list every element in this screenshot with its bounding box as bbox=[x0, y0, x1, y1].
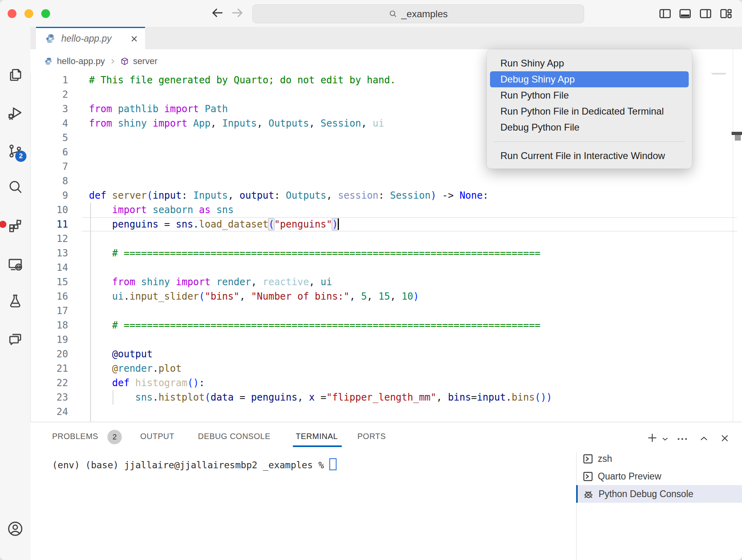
code-line-22[interactable]: 22 def histogram(): bbox=[30, 376, 742, 390]
line-number-11[interactable]: 11 bbox=[30, 217, 68, 232]
run-options-menu: Run Shiny AppDebug Shiny AppRun Python F… bbox=[487, 49, 692, 169]
code-line-15[interactable]: 15 from shiny import render, reactive, u… bbox=[30, 275, 742, 289]
code-line-20[interactable]: 20 @output bbox=[30, 347, 742, 361]
toggle-primary-sidebar-icon[interactable] bbox=[658, 7, 672, 20]
panel-tab-terminal[interactable]: TERMINAL bbox=[296, 432, 338, 441]
breadcrumb-file[interactable]: hello-app.py bbox=[57, 56, 105, 66]
customize-layout-icon[interactable] bbox=[719, 7, 733, 20]
panel-tab-problems[interactable]: PROBLEMS bbox=[52, 432, 98, 441]
toggle-panel-icon[interactable] bbox=[678, 7, 692, 20]
zoom-window-button[interactable] bbox=[41, 9, 50, 18]
code-line-17[interactable]: 17 bbox=[30, 304, 742, 318]
terminal-prompt-text: (env) (base) jjallaire@jjallairesmbp2 _e… bbox=[52, 460, 329, 470]
command-center-search[interactable]: _examples bbox=[252, 4, 584, 23]
activity-bar-item-testing[interactable] bbox=[6, 292, 24, 310]
line-number-18[interactable]: 18 bbox=[30, 318, 68, 332]
panel-tab-debug-console[interactable]: DEBUG CONSOLE bbox=[198, 432, 270, 441]
line-number-7[interactable]: 7 bbox=[30, 159, 68, 174]
forward-arrow-button[interactable] bbox=[230, 6, 245, 20]
code-line-16[interactable]: 16 ui.input_slider("bins", "Number of bi… bbox=[30, 289, 742, 304]
code-line-14[interactable]: 14 bbox=[30, 260, 742, 275]
code-line-24[interactable]: 24 bbox=[30, 405, 742, 419]
menu-item-run-current-file-in-interactive-window[interactable]: Run Current File in Interactive Window bbox=[490, 148, 689, 164]
line-number-15[interactable]: 15 bbox=[30, 275, 68, 289]
activity-bar-item-explorer[interactable] bbox=[6, 66, 24, 84]
line-number-21[interactable]: 21 bbox=[30, 361, 68, 376]
line-number-13[interactable]: 13 bbox=[30, 246, 68, 260]
line-number-6[interactable]: 6 bbox=[30, 145, 68, 159]
code-line-13[interactable]: 13 # ===================================… bbox=[30, 246, 742, 260]
close-window-button[interactable] bbox=[8, 9, 16, 18]
terminal-prompt[interactable]: (env) (base) jjallaire@jjallairesmbp2 _e… bbox=[52, 458, 337, 470]
toggle-secondary-sidebar-icon[interactable] bbox=[699, 7, 712, 20]
code-line-9[interactable]: 9def server(input: Inputs, output: Outpu… bbox=[30, 188, 742, 203]
terminal-instance-python-debug-console[interactable]: Python Debug Console bbox=[577, 485, 742, 503]
terminal-profile-chevron-icon[interactable] bbox=[661, 435, 669, 443]
breadcrumb-symbol[interactable]: server bbox=[133, 56, 157, 66]
code-line-23[interactable]: 23 sns.histplot(data = penguins, x ="fli… bbox=[30, 390, 742, 405]
line-number-2[interactable]: 2 bbox=[30, 87, 68, 102]
line-number-8[interactable]: 8 bbox=[30, 174, 68, 188]
activity-bar-item-run-and-debug[interactable] bbox=[6, 104, 24, 122]
line-number-1[interactable]: 1 bbox=[30, 73, 68, 87]
line-number-9[interactable]: 9 bbox=[30, 188, 68, 203]
line-number-10[interactable]: 10 bbox=[30, 203, 68, 217]
menu-item-run-python-file[interactable]: Run Python File bbox=[490, 87, 689, 103]
code-line-18[interactable]: 18 # ===================================… bbox=[30, 318, 742, 332]
close-tab-icon[interactable] bbox=[129, 34, 139, 44]
line-number-14[interactable]: 14 bbox=[30, 260, 68, 275]
back-arrow-button[interactable] bbox=[210, 6, 224, 20]
terminal-instance-label: Quarto Preview bbox=[598, 471, 661, 482]
panel-tab-ports[interactable]: PORTS bbox=[357, 432, 386, 441]
code-line-8[interactable]: 8 bbox=[30, 174, 742, 188]
activity-bar-item-comments[interactable] bbox=[6, 330, 24, 347]
maximize-panel-chevron-up-icon[interactable] bbox=[699, 433, 709, 444]
line-number-23[interactable]: 23 bbox=[30, 390, 68, 405]
new-terminal-plus-icon[interactable] bbox=[646, 432, 658, 444]
line-number-5[interactable]: 5 bbox=[30, 131, 68, 145]
line-number-19[interactable]: 19 bbox=[30, 332, 68, 347]
panel-tab-output[interactable]: OUTPUT bbox=[140, 432, 174, 441]
activity-bar-item-search[interactable] bbox=[6, 178, 24, 196]
line-number-3[interactable]: 3 bbox=[30, 102, 68, 116]
title-bar: _examples bbox=[0, 0, 742, 27]
remote-explorer-icon bbox=[7, 256, 24, 273]
code-line-text bbox=[82, 232, 737, 246]
search-icon bbox=[7, 179, 23, 195]
line-number-20[interactable]: 20 bbox=[30, 347, 68, 361]
search-text: _examples bbox=[401, 8, 448, 20]
minimize-window-button[interactable] bbox=[24, 9, 33, 18]
source-control-badge: 2 bbox=[15, 151, 26, 162]
line-number-12[interactable]: 12 bbox=[30, 232, 68, 246]
line-number-16[interactable]: 16 bbox=[30, 289, 68, 304]
tab-hello-app-py[interactable]: hello-app.py bbox=[36, 27, 145, 49]
terminal-instance-zsh[interactable]: zsh bbox=[577, 450, 742, 467]
menu-separator bbox=[494, 141, 685, 142]
close-panel-icon[interactable] bbox=[719, 433, 730, 444]
activity-bar-item-source-control[interactable]: 2 bbox=[6, 142, 24, 160]
line-number-4[interactable]: 4 bbox=[30, 116, 68, 131]
activity-bar-item-remote-explorer[interactable] bbox=[6, 256, 24, 273]
code-line-10[interactable]: 10 import seaborn as sns bbox=[30, 203, 742, 217]
code-line-text bbox=[82, 174, 737, 188]
code-line-19[interactable]: 19 bbox=[30, 332, 742, 347]
code-line-11[interactable]: 11 penguins = sns.load_dataset("penguins… bbox=[30, 217, 742, 232]
menu-item-debug-shiny-app[interactable]: Debug Shiny App bbox=[490, 71, 689, 87]
activity-bar-item-account[interactable] bbox=[6, 520, 24, 538]
terminal-instance-quarto-preview[interactable]: Quarto Preview bbox=[577, 467, 742, 485]
line-number-22[interactable]: 22 bbox=[30, 376, 68, 390]
line-number-24[interactable]: 24 bbox=[30, 405, 68, 419]
panel-more-actions-icon[interactable] bbox=[676, 433, 689, 445]
code-line-12[interactable]: 12 bbox=[30, 232, 742, 246]
code-line-text bbox=[82, 332, 737, 347]
scrollbar-thumb[interactable] bbox=[735, 135, 741, 141]
line-number-17[interactable]: 17 bbox=[30, 304, 68, 318]
editor-scrollbar-track[interactable] bbox=[733, 49, 733, 422]
menu-item-run-shiny-app[interactable]: Run Shiny App bbox=[490, 55, 689, 71]
vscode-window: _examples 21 hello-app.py bbox=[0, 0, 742, 560]
menu-item-debug-python-file[interactable]: Debug Python File bbox=[490, 119, 689, 135]
menu-item-run-python-file-in-dedicated-terminal[interactable]: Run Python File in Dedicated Terminal bbox=[490, 103, 689, 119]
activity-bar-item-extensions[interactable] bbox=[6, 217, 24, 235]
code-line-text: import seaborn as sns bbox=[82, 203, 737, 217]
code-line-21[interactable]: 21 @render.plot bbox=[30, 361, 742, 376]
